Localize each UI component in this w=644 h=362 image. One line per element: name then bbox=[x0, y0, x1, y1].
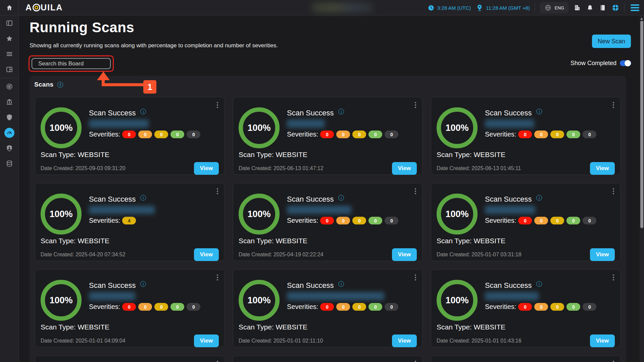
severity-badge-yellow: 4 bbox=[122, 217, 136, 224]
vertical-scrollbar[interactable] bbox=[640, 15, 644, 362]
sidebar-item-security[interactable] bbox=[0, 110, 19, 125]
view-button[interactable]: View bbox=[590, 248, 615, 261]
aquila-logo[interactable]: A UILA bbox=[26, 3, 63, 12]
view-button[interactable]: View bbox=[392, 334, 417, 347]
language-selector[interactable]: ENG bbox=[540, 2, 568, 13]
progress-ring: 100% bbox=[437, 107, 478, 148]
view-button[interactable]: View bbox=[194, 162, 219, 175]
kebab-menu-icon[interactable] bbox=[414, 101, 417, 109]
scrollbar-thumb[interactable] bbox=[640, 21, 643, 228]
scan-card: 100% Scan Success i Severities: 00000 Sc… bbox=[233, 183, 423, 261]
kebab-menu-icon[interactable] bbox=[414, 360, 417, 362]
severities-label: Severities: bbox=[485, 217, 516, 224]
scan-card: 100% Scan Success i Severities: 00000 Sc… bbox=[431, 183, 621, 261]
date-created-label: Date Created: 2025-01-07 03:31:18 bbox=[437, 252, 522, 258]
scan-card-partial bbox=[431, 356, 621, 362]
scan-status-label: Scan Success bbox=[287, 281, 334, 290]
building-icon[interactable] bbox=[573, 4, 581, 12]
severity-badge-yellow: 0 bbox=[550, 131, 564, 138]
kebab-menu-icon[interactable] bbox=[216, 101, 219, 109]
new-scan-button[interactable]: New Scan bbox=[592, 35, 631, 48]
progress-percent: 100% bbox=[247, 295, 270, 306]
kebab-menu-icon[interactable] bbox=[414, 274, 417, 281]
info-icon[interactable]: i bbox=[536, 281, 542, 287]
redacted-target-name bbox=[89, 292, 135, 300]
sidebar-item-favorites[interactable] bbox=[0, 31, 19, 46]
redacted-target-name bbox=[89, 119, 149, 128]
kebab-menu-icon[interactable] bbox=[612, 101, 615, 109]
severity-badges: 4 bbox=[122, 217, 136, 224]
star-icon bbox=[5, 35, 13, 43]
navbar-menu-icon[interactable] bbox=[631, 4, 639, 11]
search-input[interactable] bbox=[32, 58, 111, 69]
globe-icon bbox=[544, 4, 552, 12]
sidebar-item-panels[interactable] bbox=[0, 15, 19, 31]
sidebar-item-running-scans[interactable] bbox=[0, 125, 19, 141]
scan-card: 100% Scan Success i Severities: 4 Scan T… bbox=[35, 183, 225, 261]
sidebar-divider bbox=[0, 78, 19, 78]
list-menu-icon bbox=[5, 50, 13, 58]
book-icon[interactable] bbox=[599, 4, 607, 12]
view-button[interactable]: View bbox=[194, 248, 219, 261]
info-icon[interactable]: i bbox=[57, 82, 63, 88]
info-icon[interactable]: i bbox=[338, 109, 344, 114]
severity-badge-red: 0 bbox=[320, 303, 334, 311]
scan-type-label: Scan Type: WEBSITE bbox=[239, 237, 417, 245]
severity-badges: 00000 bbox=[518, 303, 596, 311]
info-icon[interactable]: i bbox=[140, 109, 146, 114]
severity-badge-orange: 0 bbox=[138, 131, 152, 138]
support-wheel-icon[interactable] bbox=[611, 4, 620, 12]
severity-badge-gray: 0 bbox=[385, 303, 398, 311]
sidebar-item-lists[interactable] bbox=[0, 46, 19, 62]
show-completed-toggle[interactable] bbox=[620, 60, 631, 66]
info-icon[interactable]: i bbox=[338, 195, 344, 201]
kebab-menu-icon[interactable] bbox=[414, 188, 417, 195]
info-icon[interactable]: i bbox=[140, 195, 146, 201]
info-icon[interactable]: i bbox=[338, 281, 344, 287]
view-button[interactable]: View bbox=[590, 334, 615, 347]
sidebar-item-boards[interactable] bbox=[0, 62, 19, 77]
info-icon[interactable]: i bbox=[536, 109, 542, 114]
severity-badge-red: 0 bbox=[122, 303, 136, 311]
view-button[interactable]: View bbox=[392, 162, 417, 175]
scan-status-label: Scan Success bbox=[89, 195, 136, 204]
info-icon[interactable]: i bbox=[536, 195, 542, 201]
kebab-menu-icon[interactable] bbox=[612, 360, 615, 362]
severity-badge-orange: 0 bbox=[534, 217, 548, 224]
severity-badge-red: 0 bbox=[320, 217, 334, 224]
sidebar-item-home[interactable] bbox=[0, 0, 19, 15]
scan-card: 100% Scan Success i Severities: 00000 Sc… bbox=[35, 269, 225, 347]
severity-badge-green: 0 bbox=[566, 217, 580, 224]
progress-percent: 100% bbox=[247, 123, 270, 133]
sidebar-item-radar[interactable] bbox=[0, 79, 19, 94]
kebab-menu-icon[interactable] bbox=[216, 274, 219, 281]
kebab-menu-icon[interactable] bbox=[612, 274, 615, 281]
kebab-menu-icon[interactable] bbox=[216, 188, 219, 195]
severities-label: Severities: bbox=[287, 131, 318, 138]
kebab-menu-icon[interactable] bbox=[612, 188, 615, 195]
scan-card: 100% Scan Success i Severities: 00000 Sc… bbox=[431, 269, 621, 347]
progress-percent: 100% bbox=[247, 209, 270, 219]
kebab-menu-icon[interactable] bbox=[216, 360, 219, 362]
sidebar-item-data[interactable] bbox=[0, 156, 19, 171]
bell-icon[interactable] bbox=[586, 4, 594, 12]
severity-badges: 00000 bbox=[320, 217, 398, 224]
redacted-target-name bbox=[485, 206, 535, 214]
view-button[interactable]: View bbox=[194, 334, 219, 347]
severity-badges: 00000 bbox=[320, 303, 398, 311]
view-button[interactable]: View bbox=[590, 162, 615, 175]
redacted-target-name bbox=[287, 292, 384, 300]
local-time-label: 11:28 AM (GMT +8) bbox=[486, 5, 530, 11]
annotation-highlight-box bbox=[29, 55, 114, 72]
sidebar-item-agents[interactable] bbox=[0, 141, 19, 156]
severity-badge-green: 0 bbox=[170, 131, 184, 138]
severity-badge-green: 0 bbox=[368, 303, 382, 311]
severity-badge-yellow: 0 bbox=[550, 217, 564, 224]
info-icon[interactable]: i bbox=[140, 281, 146, 287]
sidebar-item-organization[interactable] bbox=[0, 94, 19, 110]
scrollbar-up-arrow[interactable] bbox=[640, 17, 643, 20]
progress-ring: 100% bbox=[239, 280, 280, 321]
view-button[interactable]: View bbox=[392, 248, 417, 261]
scans-section-title: Scans bbox=[34, 81, 53, 88]
severity-badge-red: 0 bbox=[518, 131, 532, 138]
